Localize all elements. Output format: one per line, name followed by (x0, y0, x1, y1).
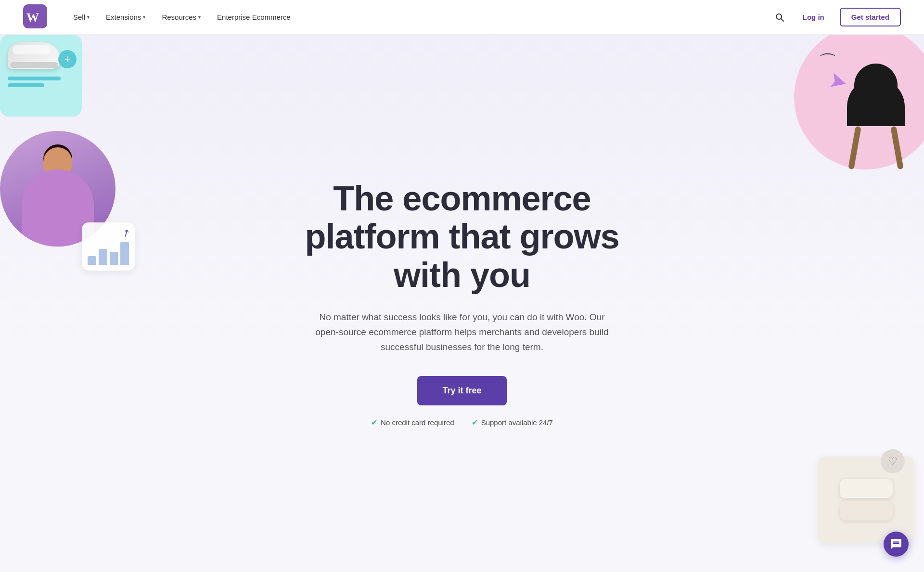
hero-trust-badges: ✔ No credit card required ✔ Support avai… (305, 418, 619, 427)
chart-bars (88, 236, 129, 265)
nav-enterprise-label: Enterprise Ecommerce (217, 13, 291, 21)
nav-resources-label: Resources (162, 13, 196, 21)
hero-title-line2: platform that grows (305, 217, 619, 256)
add-to-cart-icon: + (58, 50, 77, 68)
check-icon-1: ✔ (371, 418, 377, 427)
nav-enterprise[interactable]: Enterprise Ecommerce (210, 9, 297, 25)
deco-chair-area: ⌒ (799, 35, 924, 189)
soap-bar-1 (840, 479, 893, 498)
search-icon (775, 13, 784, 22)
no-credit-card-label: No credit card required (381, 418, 454, 427)
chart-bar-2 (99, 249, 107, 265)
chat-button[interactable] (884, 532, 909, 557)
no-credit-card-badge: ✔ No credit card required (371, 418, 454, 427)
get-started-button[interactable]: Get started (840, 8, 901, 26)
chat-icon (890, 538, 902, 550)
nav-sell-label: Sell (73, 13, 85, 21)
hero-title-line1: The ecommerce (333, 179, 590, 218)
nav-actions: Log in Get started (772, 8, 901, 26)
chair-leg-left (848, 126, 861, 170)
chair-leg-right (890, 126, 903, 170)
nav-extensions[interactable]: Extensions ▾ (99, 9, 152, 25)
deco-chart-card: ↗ (82, 222, 135, 271)
login-button[interactable]: Log in (797, 9, 830, 25)
logo[interactable]: W (23, 4, 47, 30)
nav-extensions-label: Extensions (106, 13, 141, 21)
chair-illustration (837, 54, 914, 169)
support-badge: ✔ Support available 24/7 (472, 418, 553, 427)
navbar: W Sell ▾ Extensions ▾ Resources ▾ Enterp… (0, 0, 924, 35)
nav-resources-chevron: ▾ (198, 14, 201, 20)
chart-bar-4 (120, 242, 129, 265)
wishlist-icon: ♡ (881, 449, 905, 473)
hero-title-line3: with you (394, 256, 530, 294)
chart-bar-1 (88, 256, 96, 265)
soap-bar-2 (840, 501, 893, 520)
deco-product-card-area: ♡ (818, 456, 924, 553)
svg-text:W: W (26, 11, 39, 25)
chart-bar-3 (110, 252, 118, 265)
support-label: Support available 24/7 (481, 418, 553, 427)
nav-resources[interactable]: Resources ▾ (155, 9, 207, 25)
nav-links: Sell ▾ Extensions ▾ Resources ▾ Enterpri… (66, 9, 772, 25)
deco-shoe-card: + (0, 35, 82, 117)
nav-extensions-chevron: ▾ (143, 14, 145, 20)
hero-subtitle: No matter what success looks like for yo… (313, 310, 611, 355)
deco-bar-1 (8, 77, 61, 80)
svg-marker-4 (831, 74, 847, 90)
try-free-button[interactable]: Try it free (417, 376, 506, 405)
deco-bar-2 (8, 83, 44, 87)
deco-bars (8, 77, 74, 87)
hero-section: + ↗ ⌒ (0, 35, 924, 572)
hero-content: The ecommerce platform that grows with y… (305, 180, 619, 427)
product-card: ♡ (818, 456, 914, 543)
svg-line-3 (781, 18, 783, 21)
nav-sell-chevron: ▾ (87, 14, 90, 20)
nav-sell[interactable]: Sell ▾ (66, 9, 96, 25)
check-icon-2: ✔ (472, 418, 478, 427)
hero-title: The ecommerce platform that grows with y… (305, 180, 619, 294)
search-button[interactable] (772, 10, 787, 25)
shoe-decoration (8, 42, 61, 69)
soap-products (840, 479, 893, 520)
